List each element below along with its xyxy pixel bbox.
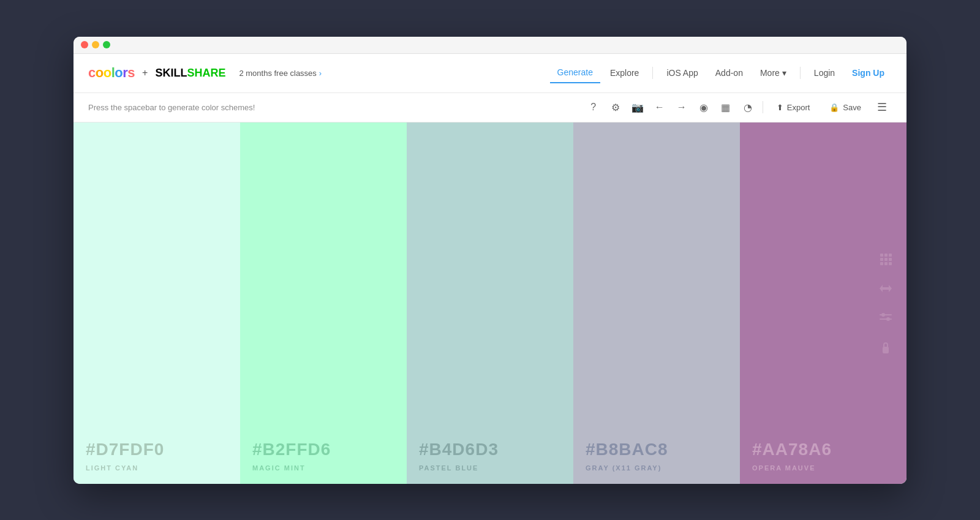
traffic-lights xyxy=(81,41,110,48)
svg-rect-0 xyxy=(880,254,883,257)
browser-window: coolors + SKILLSHARE 2 months free class… xyxy=(74,37,907,484)
camera-icon[interactable]: 📷 xyxy=(628,97,647,117)
color-hex-2: #B2FFD6 xyxy=(252,440,394,459)
eye-icon[interactable]: ◉ xyxy=(694,97,714,117)
nav-addon[interactable]: Add-on xyxy=(708,63,750,83)
svg-rect-8 xyxy=(889,262,892,265)
header: coolors + SKILLSHARE 2 months free class… xyxy=(74,54,907,93)
color-name-1: Light Cyan xyxy=(86,464,228,472)
nav-generate[interactable]: Generate xyxy=(550,62,600,83)
color-hex-1: #D7FDF0 xyxy=(86,440,228,459)
svg-point-11 xyxy=(881,313,885,317)
swatch-lock-icon[interactable] xyxy=(877,339,894,356)
svg-point-13 xyxy=(886,317,890,321)
swatch-5-actions xyxy=(877,251,894,356)
svg-rect-3 xyxy=(880,258,883,261)
color-name-2: Magic Mint xyxy=(252,464,394,472)
lock-icon: 🔒 xyxy=(829,103,839,112)
color-name-3: Pastel Blue xyxy=(419,464,561,472)
color-hex-3: #B4D6D3 xyxy=(419,440,561,459)
swatch-adjust-icon[interactable] xyxy=(877,309,894,326)
svg-rect-4 xyxy=(884,258,888,261)
skillshare-logo[interactable]: SKILLSHARE xyxy=(155,67,225,80)
export-button[interactable]: ⬆ Export xyxy=(768,99,819,116)
swatch-2[interactable]: #B2FFD6 Magic Mint xyxy=(240,122,407,484)
svg-rect-14 xyxy=(883,347,889,353)
undo-icon[interactable]: ← xyxy=(650,97,669,117)
swatch-grid-icon[interactable] xyxy=(877,251,894,268)
swatch-1[interactable]: #D7FDF0 Light Cyan xyxy=(74,122,240,484)
settings-icon[interactable]: ⚙ xyxy=(606,97,625,117)
circle-icon[interactable]: ◔ xyxy=(738,97,758,117)
toolbar-icons: ? ⚙ 📷 ← → ◉ ▦ ◔ ⬆ Export 🔒 Save ☰ xyxy=(584,97,892,117)
chevron-down-icon: ▾ xyxy=(782,68,786,78)
login-link[interactable]: Login xyxy=(807,63,842,83)
close-button[interactable] xyxy=(81,41,88,48)
promo-text[interactable]: 2 months free classes › xyxy=(239,69,322,78)
grid-icon[interactable]: ▦ xyxy=(716,97,736,117)
svg-rect-6 xyxy=(880,262,883,265)
toolbar: Press the spacebar to generate color sch… xyxy=(74,93,907,122)
nav-right: Generate Explore iOS App Add-on More ▾ L… xyxy=(550,62,892,83)
color-palette: #D7FDF0 Light Cyan #B2FFD6 Magic Mint #B… xyxy=(74,122,907,484)
toolbar-hint: Press the spacebar to generate color sch… xyxy=(88,103,584,112)
swatch-4[interactable]: #B8BAC8 Gray (X11 Gray) xyxy=(573,122,740,484)
swatch-3[interactable]: #B4D6D3 Pastel Blue xyxy=(407,122,573,484)
nav-ios-app[interactable]: iOS App xyxy=(659,63,705,83)
color-hex-4: #B8BAC8 xyxy=(586,440,728,459)
logo-text: coolors xyxy=(88,65,135,81)
save-button[interactable]: 🔒 Save xyxy=(821,99,870,116)
nav-explore[interactable]: Explore xyxy=(603,63,646,83)
swatch-5[interactable]: #AA78A6 Opera Mauve xyxy=(740,122,907,484)
toolbar-divider xyxy=(763,101,763,113)
maximize-button[interactable] xyxy=(103,41,110,48)
help-icon[interactable]: ? xyxy=(584,97,603,117)
svg-rect-1 xyxy=(884,254,888,257)
promo-arrow: › xyxy=(319,69,322,78)
minimize-button[interactable] xyxy=(92,41,99,48)
color-hex-5: #AA78A6 xyxy=(752,440,894,459)
logo[interactable]: coolors + SKILLSHARE 2 months free class… xyxy=(88,65,322,81)
svg-rect-2 xyxy=(889,254,892,257)
titlebar xyxy=(74,37,907,54)
swatch-resize-icon[interactable] xyxy=(877,280,894,297)
nav-divider-2 xyxy=(800,67,801,79)
color-name-5: Opera Mauve xyxy=(752,464,894,472)
share-icon: ⬆ xyxy=(777,103,783,112)
svg-rect-7 xyxy=(884,262,888,265)
color-name-4: Gray (X11 Gray) xyxy=(586,464,728,472)
hamburger-menu[interactable]: ☰ xyxy=(872,97,892,117)
svg-marker-9 xyxy=(880,285,892,292)
plus-sign: + xyxy=(142,67,148,78)
nav-more[interactable]: More ▾ xyxy=(753,63,794,83)
signup-link[interactable]: Sign Up xyxy=(845,63,892,83)
nav-divider-1 xyxy=(652,67,653,79)
svg-rect-5 xyxy=(889,258,892,261)
redo-icon[interactable]: → xyxy=(672,97,692,117)
